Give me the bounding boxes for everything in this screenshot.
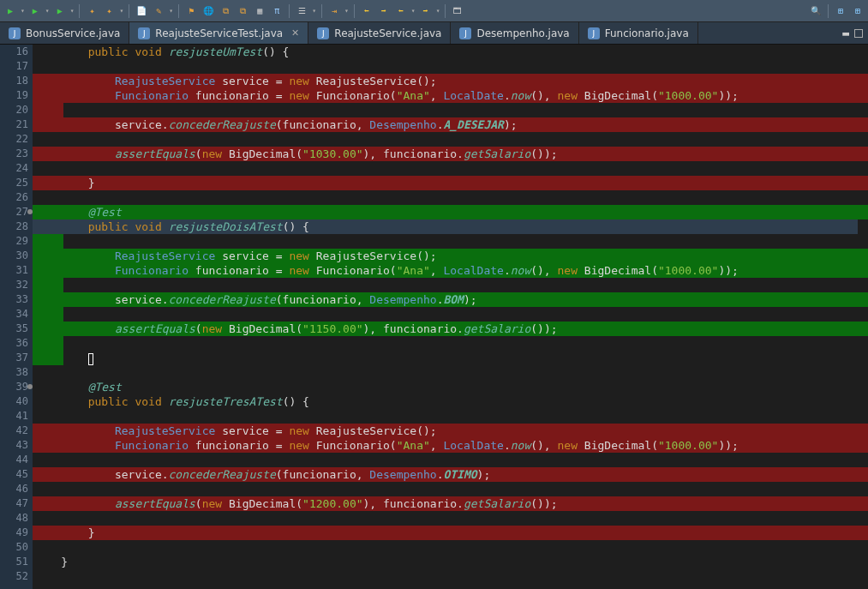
code-line[interactable]: public void resjusteUmTest() {	[33, 45, 868, 59]
code-line[interactable]: @Test	[33, 380, 868, 394]
new-icon[interactable]: ✦	[85, 4, 99, 18]
code-line[interactable]	[33, 103, 868, 117]
run2-icon[interactable]: ▶	[28, 4, 42, 18]
tab-funcionario[interactable]: J Funcionario.java	[579, 22, 698, 44]
close-icon[interactable]: ✕	[291, 27, 299, 39]
code-line[interactable]: service.concederReajuste(funcionario, De…	[33, 467, 868, 482]
flag-icon[interactable]: ⚑	[184, 4, 198, 18]
code-line[interactable]: Funcionario funcionario = new Funcionari…	[33, 438, 868, 453]
line-number: 50	[0, 540, 33, 555]
line-number: 44	[0, 453, 33, 467]
saveall-icon[interactable]: ✎	[152, 4, 165, 18]
line-number: 19	[0, 88, 33, 103]
line-number: 33	[0, 292, 33, 307]
tab-label: Desempenho.java	[476, 27, 569, 39]
code-line[interactable]: Funcionario funcionario = new Funcionari…	[33, 263, 868, 278]
line-number: 47	[0, 496, 33, 511]
code-line[interactable]: }	[33, 526, 868, 540]
code-line[interactable]	[33, 59, 868, 74]
line-number: 32	[0, 278, 33, 292]
back-icon[interactable]: ⬅	[360, 4, 374, 18]
code-line[interactable]	[33, 278, 868, 292]
back2-icon[interactable]: ⬅	[394, 4, 408, 18]
paste-icon[interactable]: ⧉	[236, 4, 249, 18]
editor-tabbar: J BonusService.java J ReajusteServiceTes…	[0, 22, 868, 45]
perspective1-icon[interactable]: ⊞	[834, 4, 847, 18]
code-line[interactable]	[33, 511, 868, 526]
code-line[interactable]	[33, 365, 868, 380]
code-line[interactable]: @Test	[33, 205, 868, 219]
list-icon[interactable]: ☰	[295, 4, 308, 18]
code-line[interactable]: ReajusteService service = new ReajusteSe…	[33, 424, 868, 438]
line-number: 28	[0, 219, 33, 234]
pi-icon[interactable]: π	[270, 4, 284, 18]
perspective2-icon[interactable]: ⊞	[851, 4, 865, 18]
line-number: 49	[0, 526, 33, 540]
code-line[interactable]	[33, 569, 868, 584]
code-line[interactable]: public void resjusteDoisATest() {	[33, 219, 868, 234]
main-toolbar: ▶▾ ▶▾ ▶▾ ✦ ✦▾ 📄 ✎▾ ⚑ 🌐 ⧉ ⧉ ▦ π ☰▾ ⇥▾ ⬅ ➡…	[0, 0, 868, 22]
run-icon[interactable]: ▶	[3, 4, 17, 18]
tab-desempenho[interactable]: J Desempenho.java	[451, 22, 578, 44]
code-line[interactable]: assertEquals(new BigDecimal("1200.00"), …	[33, 496, 868, 511]
code-line[interactable]	[33, 234, 868, 249]
code-line[interactable]: service.concederReajuste(funcionario, De…	[33, 117, 868, 132]
code-line[interactable]	[33, 482, 868, 496]
tab-bonusservice[interactable]: J BonusService.java	[0, 22, 129, 44]
fwd2-icon[interactable]: ➡	[419, 4, 433, 18]
line-gutter: 1617181920212223242526272829303132333435…	[0, 45, 33, 589]
line-number: 16	[0, 45, 33, 59]
code-line[interactable]: ReajusteService service = new ReajusteSe…	[33, 249, 868, 263]
line-number: 31	[0, 263, 33, 278]
tab-reajusteservicetest[interactable]: J ReajusteServiceTest.java ✕	[129, 22, 308, 44]
run3-icon[interactable]: ▶	[53, 4, 67, 18]
code-line[interactable]	[33, 453, 868, 467]
code-line[interactable]: assertEquals(new BigDecimal("1150.00"), …	[33, 322, 868, 336]
code-area[interactable]: public void resjusteUmTest() { ReajusteS…	[33, 45, 868, 589]
search-icon[interactable]: 🔍	[809, 4, 823, 18]
align-icon[interactable]: ▦	[253, 4, 266, 18]
code-line[interactable]	[33, 540, 868, 555]
code-editor[interactable]: 1617181920212223242526272829303132333435…	[0, 45, 868, 589]
java-file-icon: J	[317, 27, 329, 39]
new2-icon[interactable]: ✦	[102, 4, 116, 18]
globe-icon[interactable]: 🌐	[201, 4, 215, 18]
line-number: 24	[0, 161, 33, 176]
code-line[interactable]: }	[33, 555, 868, 569]
code-line[interactable]	[33, 307, 868, 322]
code-line[interactable]: Funcionario funcionario = new Funcionari…	[33, 88, 868, 103]
ext-icon[interactable]: 🗔	[451, 4, 464, 18]
minimize-icon[interactable]: ▬	[842, 27, 849, 39]
java-file-icon: J	[588, 27, 600, 39]
line-number: 45	[0, 467, 33, 482]
code-line[interactable]	[33, 132, 868, 147]
code-line[interactable]	[33, 409, 868, 424]
code-line[interactable]: public void resjusteTresATest() {	[33, 394, 868, 409]
code-line[interactable]: assertEquals(new BigDecimal("1030.00"), …	[33, 147, 868, 161]
indent-icon[interactable]: ⇥	[327, 4, 341, 18]
save-icon[interactable]: 📄	[135, 4, 148, 18]
line-number: 27	[0, 205, 33, 219]
maximize-icon[interactable]	[854, 29, 863, 38]
code-line[interactable]: ReajusteService service = new ReajusteSe…	[33, 74, 868, 88]
fwd-icon[interactable]: ➡	[377, 4, 391, 18]
line-number: 30	[0, 249, 33, 263]
tab-reajusteservice[interactable]: J ReajusteService.java	[308, 22, 451, 44]
line-number: 48	[0, 511, 33, 526]
code-line[interactable]	[33, 351, 868, 365]
tab-label: BonusService.java	[26, 27, 120, 39]
java-file-icon: J	[459, 27, 471, 39]
line-number: 52	[0, 569, 33, 584]
copy-icon[interactable]: ⧉	[218, 4, 232, 18]
code-line[interactable]: service.concederReajuste(funcionario, De…	[33, 292, 868, 307]
code-line[interactable]	[33, 190, 868, 205]
tab-label: Funcionario.java	[605, 27, 689, 39]
line-number: 34	[0, 307, 33, 322]
code-line[interactable]: }	[33, 176, 868, 190]
line-number: 21	[0, 117, 33, 132]
code-line[interactable]	[33, 336, 868, 351]
line-number: 36	[0, 336, 33, 351]
line-number: 37	[0, 351, 33, 365]
java-file-icon: J	[138, 27, 150, 39]
code-line[interactable]	[33, 161, 868, 176]
